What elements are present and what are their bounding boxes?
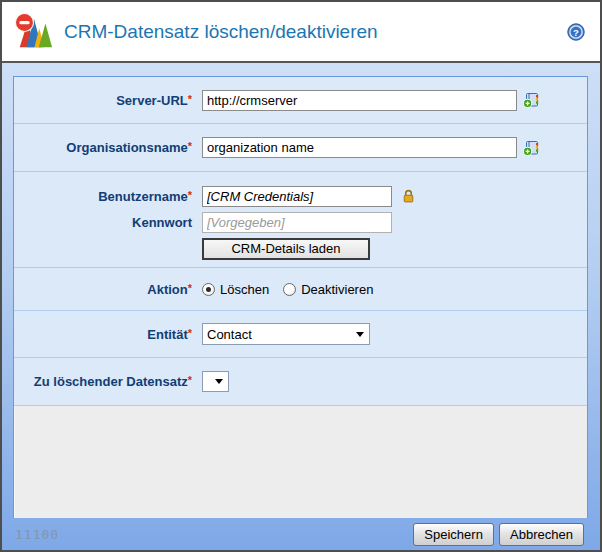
action-label: Aktion* [14, 282, 192, 297]
password-label-text: Kennwort [132, 215, 192, 230]
username-value-col [202, 186, 415, 207]
chevron-down-icon [356, 332, 364, 337]
server-url-input[interactable] [202, 90, 517, 111]
row-server-url: Server-URL* [14, 77, 587, 124]
entity-select-value: Contact [207, 327, 252, 342]
load-details-sub-row: CRM-Details laden [14, 236, 587, 260]
required-marker: * [188, 282, 192, 294]
required-marker: * [188, 140, 192, 152]
load-crm-details-button[interactable]: CRM-Details laden [202, 238, 370, 260]
radio-option-deactivate[interactable]: Deaktivieren [283, 282, 373, 297]
radio-option-delete[interactable]: Löschen [202, 282, 269, 297]
required-marker: * [188, 374, 192, 386]
row-record: Zu löschender Datensatz* [14, 358, 587, 406]
required-marker: * [188, 93, 192, 105]
record-select[interactable] [202, 371, 229, 392]
lookup-address-book-icon[interactable] [523, 92, 539, 108]
record-value-col [202, 371, 229, 392]
organisation-label-text: Organisationsname [66, 140, 187, 155]
organisation-input[interactable] [202, 137, 517, 158]
footer-button-group: Speichern Abbrechen [413, 523, 584, 546]
record-label-text: Zu löschender Datensatz [34, 374, 188, 389]
chevron-down-icon [215, 379, 223, 384]
organisation-label: Organisationsname* [14, 140, 192, 155]
dialog-title: CRM-Datensatz löschen/deaktivieren [64, 21, 378, 43]
row-organisation: Organisationsname* [14, 124, 587, 172]
action-label-text: Aktion [147, 282, 187, 297]
radio-label-deactivate: Deaktivieren [301, 282, 373, 297]
dialog-footer: 11100 Speichern Abbrechen [13, 518, 588, 550]
entity-label-text: Entität [147, 327, 187, 342]
password-sub-row: Kennwort [14, 210, 587, 234]
server-url-value-col [202, 90, 539, 111]
radio-button-delete[interactable] [202, 283, 215, 296]
action-radio-group: Löschen Deaktivieren [202, 282, 387, 297]
radio-button-deactivate[interactable] [283, 283, 296, 296]
required-marker: * [188, 327, 192, 339]
svg-text:?: ? [573, 27, 579, 38]
lookup-address-book-icon[interactable] [523, 140, 539, 156]
status-code: 11100 [15, 527, 59, 542]
username-label: Benutzername* [14, 189, 192, 204]
username-input[interactable] [202, 186, 392, 207]
entity-value-col: Contact [202, 323, 370, 345]
row-entity: Entität* Contact [14, 311, 587, 358]
row-action: Aktion* Löschen Deaktivieren [14, 268, 587, 311]
server-url-label-text: Server-URL [116, 93, 188, 108]
username-sub-row: Benutzername* [14, 184, 587, 208]
help-icon[interactable]: ? [567, 23, 585, 41]
save-button[interactable]: Speichern [413, 523, 494, 546]
record-label: Zu löschender Datensatz* [14, 374, 192, 389]
dialog-window: CRM-Datensatz löschen/deaktivieren ? Ser… [0, 0, 602, 552]
password-value-col [202, 212, 392, 233]
password-label: Kennwort [14, 215, 192, 230]
row-credentials: Benutzername* Kennwort [14, 172, 587, 268]
entity-select[interactable]: Contact [202, 323, 370, 345]
empty-content-area [14, 406, 587, 518]
cancel-button[interactable]: Abbrechen [499, 523, 584, 546]
password-input[interactable] [202, 212, 392, 233]
server-url-label: Server-URL* [14, 93, 192, 108]
crm-delete-record-icon [14, 12, 54, 52]
lock-icon [402, 188, 415, 204]
required-marker: * [188, 189, 192, 201]
form-panel: Server-URL* Organisationsnam [13, 76, 588, 518]
load-details-col: CRM-Details laden [202, 237, 370, 260]
dialog-titlebar: CRM-Datensatz löschen/deaktivieren ? [2, 2, 600, 63]
radio-label-delete: Löschen [220, 282, 269, 297]
dialog-body: Server-URL* Organisationsnam [2, 63, 600, 550]
credentials-sub-rows: Benutzername* Kennwort [14, 184, 587, 262]
organisation-value-col [202, 137, 539, 158]
username-label-text: Benutzername [98, 189, 188, 204]
entity-label: Entität* [14, 327, 192, 342]
